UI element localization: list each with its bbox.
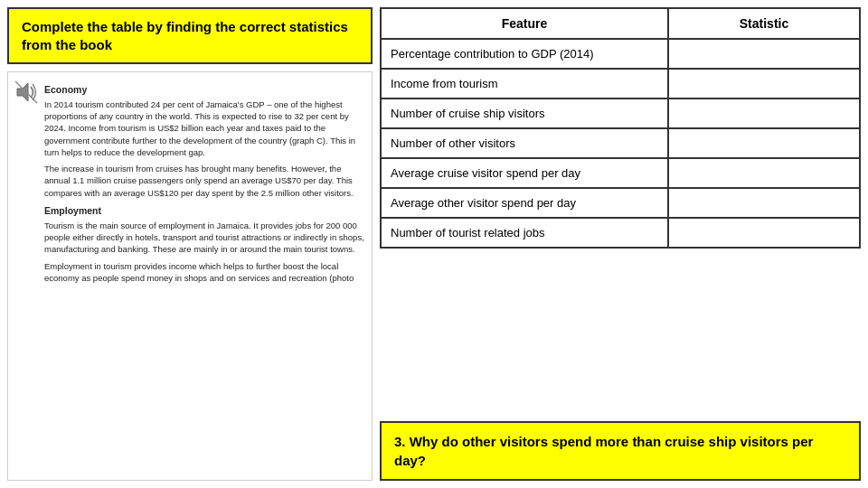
table-row: Number of tourist related jobs	[381, 218, 860, 248]
feature-cell: Number of cruise ship visitors	[381, 99, 668, 128]
employment-p2: Employment in tourism provides income wh…	[44, 260, 366, 285]
instruction-box: Complete the table by finding the correc…	[7, 7, 373, 64]
table-row: Average cruise visitor spend per day	[381, 158, 860, 188]
statistic-cell[interactable]	[668, 39, 860, 69]
stats-table: Feature Statistic Percentage contributio…	[380, 7, 861, 249]
employment-title: Employment	[44, 204, 366, 218]
doc-text: Economy In 2014 tourism contributed 24 p…	[44, 78, 366, 284]
header-feature: Feature	[381, 8, 668, 39]
economy-p1: In 2014 tourism contributed 24 per cent …	[44, 99, 366, 158]
feature-cell: Number of tourist related jobs	[381, 218, 668, 248]
table-row: Income from tourism	[381, 69, 860, 99]
economy-p2: The increase in tourism from cruises has…	[44, 163, 366, 199]
table-row: Percentage contribution to GDP (2014)	[381, 39, 860, 69]
statistic-cell[interactable]	[668, 158, 860, 188]
table-row: Number of cruise ship visitors	[381, 99, 860, 128]
header-statistic: Statistic	[668, 8, 860, 39]
statistic-cell[interactable]	[668, 128, 860, 158]
feature-cell: Average cruise visitor spend per day	[381, 158, 668, 188]
table-row: Average other visitor spend per day	[381, 188, 860, 218]
feature-cell: Percentage contribution to GDP (2014)	[381, 39, 668, 69]
instruction-text: Complete the table by finding the correc…	[22, 19, 348, 52]
bottom-question: 3. Why do other visitors spend more than…	[380, 421, 861, 481]
right-panel: Feature Statistic Percentage contributio…	[380, 0, 868, 488]
statistic-cell[interactable]	[668, 99, 860, 128]
feature-cell: Income from tourism	[381, 69, 668, 99]
statistic-cell[interactable]	[668, 188, 860, 218]
feature-cell: Average other visitor spend per day	[381, 188, 668, 218]
question-text: 3. Why do other visitors spend more than…	[394, 434, 813, 468]
left-panel: Complete the table by finding the correc…	[0, 0, 380, 488]
speaker-icon	[14, 80, 39, 108]
table-row: Number of other visitors	[381, 128, 860, 158]
feature-cell: Number of other visitors	[381, 128, 668, 158]
employment-p1: Tourism is the main source of employment…	[44, 220, 366, 256]
document-area: Economy In 2014 tourism contributed 24 p…	[7, 71, 373, 481]
statistic-cell[interactable]	[668, 69, 860, 99]
economy-title: Economy	[44, 83, 366, 97]
statistic-cell[interactable]	[668, 218, 860, 248]
